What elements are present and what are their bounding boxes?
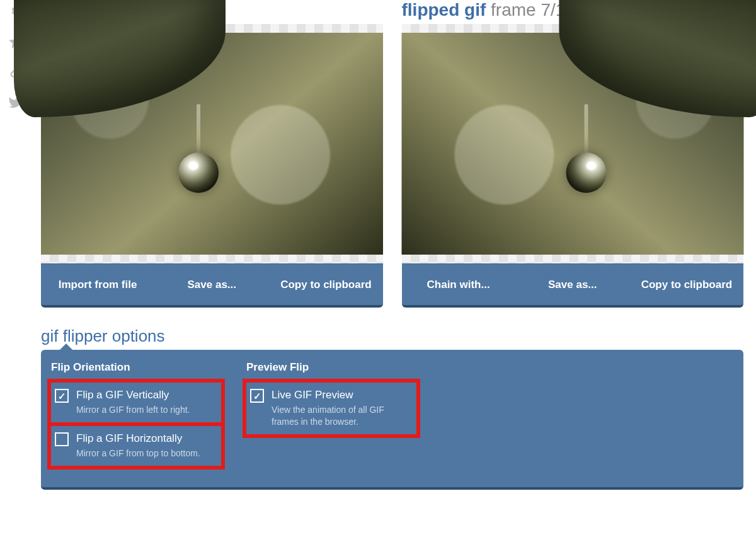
option-label: Flip a GIF Horizontally [76, 432, 215, 445]
option-item[interactable]: Flip a GIF HorizontallyMirror a GIF from… [51, 426, 221, 466]
options-column-heading: Flip Orientation [51, 361, 221, 374]
source-preview[interactable] [41, 24, 383, 263]
source-toolbar: Import from file Save as... Copy to clip… [41, 263, 383, 308]
checkbox[interactable] [55, 432, 69, 446]
option-description: Mirror a GIF from left to right. [76, 404, 215, 416]
option-item[interactable]: Live GIF PreviewView the animation of al… [246, 383, 416, 434]
options-title: gif flipper options [41, 326, 743, 346]
options-column: Flip OrientationFlip a GIF VerticallyMir… [51, 361, 221, 470]
result-title-accent: flipped gif [402, 0, 486, 20]
copy-to-clipboard-button[interactable]: Copy to clipboard [268, 264, 382, 305]
checkbox[interactable] [55, 389, 69, 403]
save-as-button[interactable]: Save as... [154, 264, 268, 305]
result-save-as-button[interactable]: Save as... [515, 264, 629, 305]
option-label: Flip a GIF Vertically [76, 389, 215, 401]
chain-with-button[interactable]: Chain with... [402, 264, 515, 305]
option-label: Live GIF Preview [272, 389, 410, 401]
options-panel: Flip OrientationFlip a GIF VerticallyMir… [41, 350, 743, 490]
checkbox[interactable] [250, 389, 264, 403]
options-column: Preview FlipLive GIF PreviewView the ani… [246, 361, 416, 470]
result-toolbar: Chain with... Save as... Copy to clipboa… [402, 263, 744, 308]
options-column-heading: Preview Flip [246, 361, 416, 374]
result-copy-to-clipboard-button[interactable]: Copy to clipboard [629, 264, 743, 305]
import-from-file-button[interactable]: Import from file [41, 264, 154, 305]
option-description: Mirror a GIF from top to bottom. [76, 447, 215, 459]
result-preview[interactable] [402, 24, 744, 263]
source-panel: gif frame 7/12 Import from file Save as.… [41, 0, 383, 308]
option-item[interactable]: Flip a GIF VerticallyMirror a GIF from l… [51, 383, 221, 422]
result-panel: flipped gif frame 7/12 Chain with... Sav… [402, 0, 744, 308]
option-description: View the animation of all GIF frames in … [272, 404, 410, 428]
